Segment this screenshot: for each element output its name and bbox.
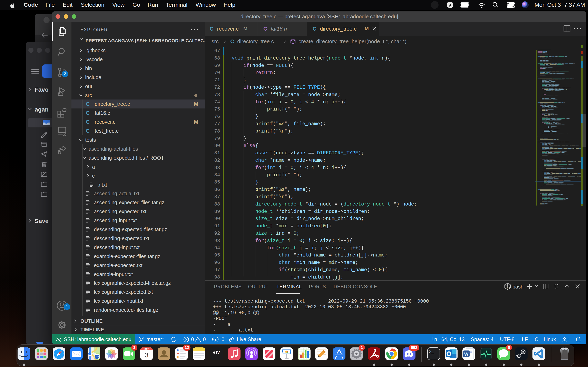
svg-text:280: 280 (95, 355, 99, 358)
svg-text:>_: >_ (429, 350, 434, 354)
svg-text:3: 3 (145, 351, 148, 359)
svg-text:OCT: OCT (144, 348, 149, 350)
svg-text:“: “ (317, 349, 319, 352)
svg-text:tv: tv (216, 350, 220, 355)
svg-text:W: W (464, 351, 468, 357)
svg-text:$: $ (507, 286, 508, 289)
